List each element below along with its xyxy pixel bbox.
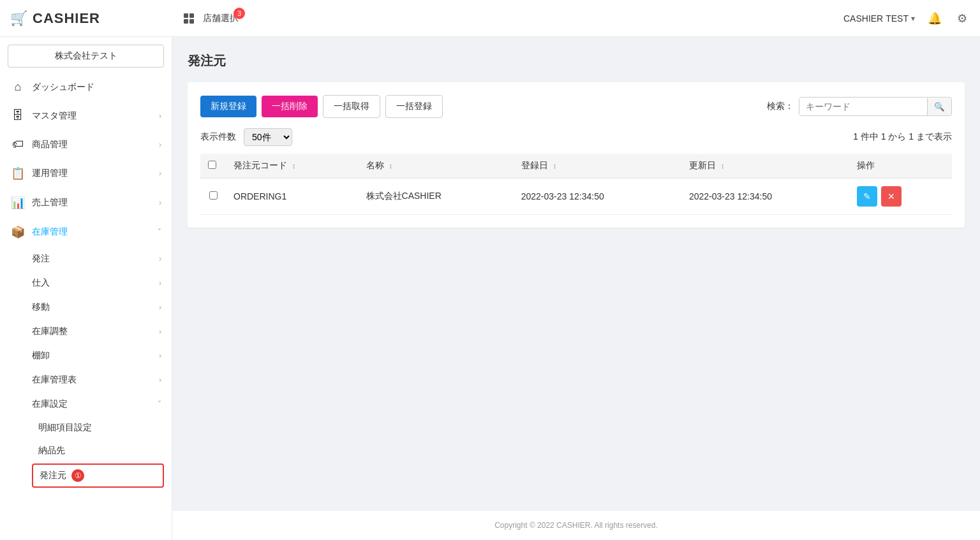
chevron-right-adjust: ›	[159, 327, 161, 336]
sidebar-item-inventory[interactable]: 📦 在庫管理 ˅	[0, 217, 172, 247]
page-title: 発注元	[188, 52, 965, 69]
sort-arrow-updated: ↕	[721, 162, 725, 170]
sidebar-item-dashboard[interactable]: ⌂ ダッシュボード	[0, 73, 172, 101]
sidebar-company[interactable]: 株式会社テスト	[8, 45, 164, 68]
store-badge: 3	[234, 8, 245, 19]
sidebar-item-stock-in[interactable]: 仕入 ›	[0, 271, 172, 295]
sort-arrow-registered: ↕	[553, 162, 557, 170]
table-count: 1 件中 1 から 1 まで表示	[853, 131, 952, 143]
sidebar-item-delivery[interactable]: 納品先	[0, 439, 172, 462]
row-code: ORDERING1	[226, 179, 359, 215]
header-updated[interactable]: 更新日 ↕	[681, 154, 849, 179]
per-page-select[interactable]: 10件25件50件100件	[244, 128, 292, 146]
header-code[interactable]: 発注元コード ↕	[226, 154, 359, 179]
stock-in-label: 仕入	[32, 277, 50, 289]
table-meta: 表示件数 10件25件50件100件 1 件中 1 から 1 まで表示	[200, 128, 952, 146]
sidebar-item-inventory-settings[interactable]: 在庫設定 ˅	[0, 392, 172, 416]
sidebar-item-detail-settings[interactable]: 明細項目設定	[0, 416, 172, 439]
order-source-label: 発注元	[40, 470, 66, 481]
sidebar-label-dashboard: ダッシュボード	[32, 82, 161, 93]
chevron-right-icon-3: ›	[159, 169, 161, 178]
sidebar-item-shelf[interactable]: 棚卸 ›	[0, 344, 172, 368]
detail-settings-label: 明細項目設定	[38, 422, 92, 434]
sort-arrow-name: ↕	[389, 162, 392, 170]
sidebar: 株式会社テスト ⌂ ダッシュボード 🗄 マスタ管理 › 🏷 商品管理 › 📋	[0, 37, 172, 540]
data-table: 発注元コード ↕ 名称 ↕ 登録日 ↕	[200, 154, 952, 215]
row-registered: 2022-03-23 12:34:50	[514, 179, 681, 215]
user-account: TEST	[886, 13, 909, 24]
search-input-wrap: 🔍	[799, 97, 952, 116]
shelf-label: 棚卸	[32, 350, 50, 361]
sidebar-item-master[interactable]: 🗄 マスタ管理 ›	[0, 101, 172, 130]
chevron-down-icon: ▾	[911, 14, 915, 23]
header-code-label: 発注元コード	[234, 160, 287, 170]
box-icon: 📦	[10, 225, 26, 239]
sidebar-nav: ⌂ ダッシュボード 🗄 マスタ管理 › 🏷 商品管理 › 📋 運用管理 ›	[0, 73, 172, 540]
row-checkbox[interactable]	[209, 191, 218, 200]
svg-rect-3	[189, 19, 194, 24]
delivery-label: 納品先	[38, 445, 65, 456]
row-updated: 2022-03-23 12:34:50	[681, 179, 849, 215]
search-input[interactable]	[799, 98, 927, 115]
sidebar-item-inventory-table[interactable]: 在庫管理表 ›	[0, 368, 172, 392]
per-page-label: 表示件数	[200, 131, 236, 143]
grid-icon[interactable]	[182, 12, 195, 25]
chevron-right-icon-4: ›	[159, 198, 161, 207]
header-actions-label: 操作	[857, 160, 875, 170]
sidebar-item-order-source[interactable]: 発注元 ①	[32, 463, 164, 488]
inventory-sub-menu: 発注 › 仕入 › 移動 › 在庫調整 › 棚卸 ›	[0, 247, 172, 488]
adjust-label: 在庫調整	[32, 326, 68, 337]
clipboard-icon: 📋	[10, 166, 26, 180]
bulk-register-button[interactable]: 一括登録	[385, 95, 443, 118]
tag-icon: 🏷	[10, 138, 26, 151]
delete-button[interactable]: ✕	[881, 186, 902, 207]
logo-text: CASHIER	[33, 10, 100, 27]
chevron-down-settings: ˅	[158, 400, 161, 409]
new-register-button[interactable]: 新規登録	[200, 96, 256, 117]
svg-rect-0	[184, 13, 188, 18]
svg-rect-2	[184, 19, 188, 24]
sidebar-item-adjust[interactable]: 在庫調整 ›	[0, 319, 172, 344]
row-actions: ✎ ✕	[849, 179, 952, 215]
svg-rect-1	[189, 13, 194, 18]
sidebar-item-product[interactable]: 🏷 商品管理 ›	[0, 130, 172, 159]
search-area: 検索： 🔍	[767, 97, 952, 116]
select-all-checkbox[interactable]	[208, 161, 216, 169]
header-nav: 店舗選択 3	[182, 12, 843, 25]
chevron-right-icon-2: ›	[159, 140, 161, 149]
user-info[interactable]: CASHIER TEST ▾	[843, 13, 915, 24]
table-row: ORDERING1 株式会社CASHIER 2022-03-23 12:34:5…	[200, 179, 952, 215]
row-name: 株式会社CASHIER	[359, 179, 514, 215]
chevron-right-inv-table: ›	[159, 376, 161, 384]
edit-button[interactable]: ✎	[857, 186, 877, 207]
header: 🛒 CASHIER 店舗選択 3 CASHIER TEST ▾ 🔔 ⚙	[0, 0, 980, 37]
row-checkbox-cell	[200, 179, 226, 215]
logo: 🛒 CASHIER	[10, 10, 182, 27]
main-content: 発注元 新規登録 一括削除 一括取得 一括登録 検索： 🔍	[172, 37, 980, 510]
table-header-row: 発注元コード ↕ 名称 ↕ 登録日 ↕	[200, 154, 952, 179]
search-button[interactable]: 🔍	[927, 98, 951, 115]
footer: Copyright © 2022 CASHIER. All rights res…	[172, 510, 980, 540]
sidebar-item-transfer[interactable]: 移動 ›	[0, 295, 172, 319]
inventory-settings-label: 在庫設定	[32, 398, 68, 410]
sidebar-item-sales[interactable]: 📊 売上管理 ›	[0, 188, 172, 217]
store-selector[interactable]: 店舗選択 3	[203, 13, 239, 24]
header-registered-label: 登録日	[521, 160, 548, 170]
sidebar-item-operation[interactable]: 📋 運用管理 ›	[0, 159, 172, 188]
bulk-delete-button[interactable]: 一括削除	[262, 96, 318, 117]
inventory-table-label: 在庫管理表	[32, 374, 77, 386]
bulk-get-button[interactable]: 一括取得	[323, 95, 380, 118]
header-registered[interactable]: 登録日 ↕	[514, 154, 681, 179]
sidebar-label-product: 商品管理	[32, 139, 152, 150]
notification-button[interactable]: 🔔	[925, 9, 944, 28]
sidebar-item-order[interactable]: 発注 ›	[0, 247, 172, 271]
toolbar: 新規登録 一括削除 一括取得 一括登録 検索： 🔍	[200, 95, 952, 118]
user-name: CASHIER	[843, 13, 883, 24]
transfer-label: 移動	[32, 302, 50, 313]
database-icon: 🗄	[10, 109, 26, 122]
order-label: 発注	[32, 253, 50, 265]
header-name[interactable]: 名称 ↕	[359, 154, 514, 179]
sidebar-label-sales: 売上管理	[32, 197, 152, 208]
chevron-down-icon-inv: ˅	[158, 228, 161, 237]
settings-button[interactable]: ⚙	[954, 9, 970, 28]
